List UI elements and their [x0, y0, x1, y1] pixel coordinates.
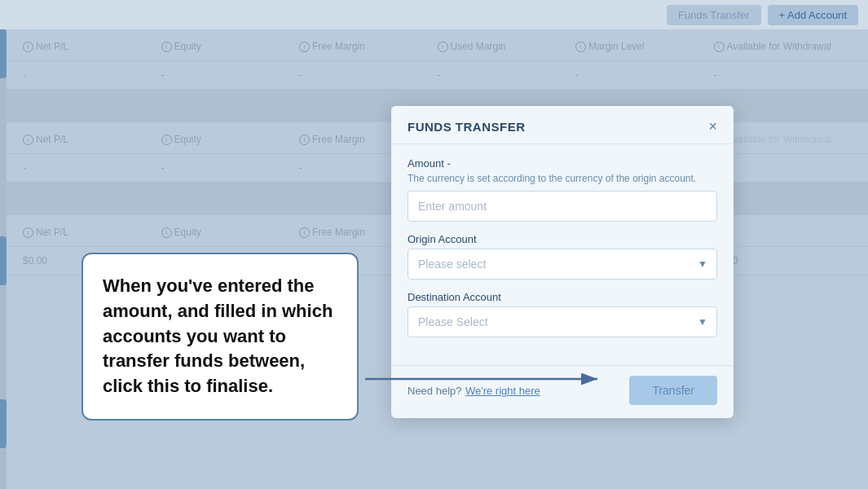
destination-label: Destination Account	[408, 291, 717, 303]
origin-account-wrapper: Please select ▼	[408, 249, 717, 280]
modal-close-button[interactable]: ×	[708, 119, 717, 134]
amount-label: Amount -	[408, 157, 717, 170]
funds-transfer-button[interactable]: Funds Transfer	[667, 5, 760, 25]
arrow-icon	[365, 367, 610, 391]
tooltip-text: When you've entered the amount, and fill…	[103, 275, 333, 396]
destination-account-select[interactable]: Please Select	[408, 306, 717, 337]
origin-account-select[interactable]: Please select	[408, 249, 717, 280]
amount-input[interactable]	[408, 191, 717, 222]
destination-account-wrapper: Please Select ▼	[408, 306, 717, 337]
top-bar: Funds Transfer + Add Account	[0, 0, 868, 29]
add-account-button[interactable]: + Add Account	[768, 5, 858, 25]
modal-body: Amount - The currency is set according t…	[391, 144, 734, 365]
tooltip-box: When you've entered the amount, and fill…	[82, 253, 359, 421]
transfer-button[interactable]: Transfer	[629, 376, 717, 405]
amount-sublabel: The currency is set according to the cur…	[408, 173, 717, 184]
origin-label: Origin Account	[408, 233, 717, 245]
modal-title: FUNDS TRANSFER	[408, 120, 526, 134]
modal-header: FUNDS TRANSFER ×	[391, 106, 734, 144]
